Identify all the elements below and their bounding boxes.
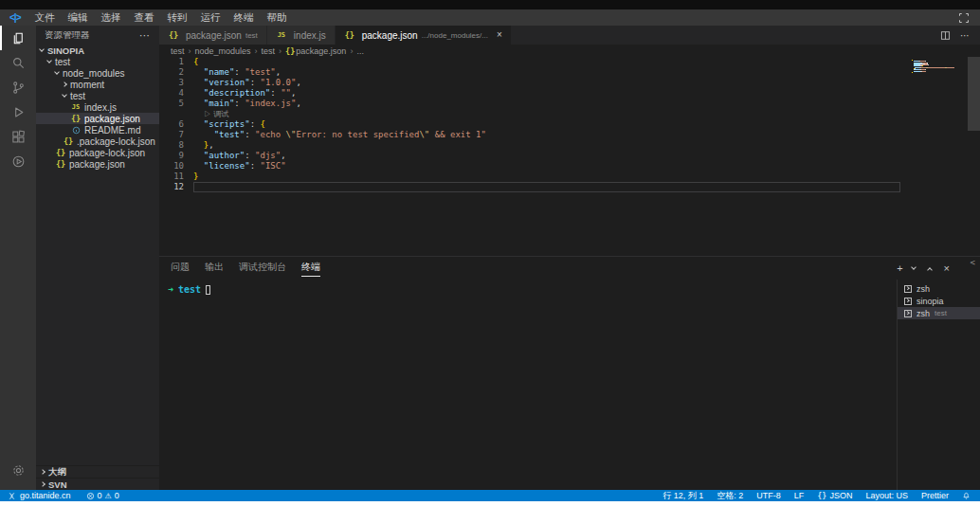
status-item-label: Layout: US: [865, 491, 908, 500]
panel-body: ➜ test zshsinopiazshtest: [159, 280, 980, 490]
panel-tab[interactable]: 问题: [171, 257, 190, 280]
title-bar: <|> 文件编辑选择查看转到运行终端帮助: [0, 9, 980, 26]
json-file-icon: {}: [70, 114, 82, 123]
tree-item-label: package.json: [69, 159, 125, 170]
prompt-arrow: ➜: [168, 284, 173, 295]
tree-item[interactable]: test: [36, 90, 159, 101]
tree-item[interactable]: SINOPIA: [36, 45, 159, 56]
files-icon: [11, 31, 26, 45]
breadcrumb-item[interactable]: ...: [356, 46, 364, 56]
sidebar-section-outline[interactable]: 大纲: [36, 465, 159, 478]
status-bar: go.titanide.cn 0 ⚠ 0 行 12, 列 1空格: 2UTF-8…: [0, 490, 980, 501]
chevron-right-icon: [40, 481, 45, 487]
new-terminal-icon[interactable]: +: [897, 262, 902, 274]
code-line: 2 "name": "test",: [159, 67, 980, 78]
editor-tab[interactable]: {}package.jsontest: [159, 26, 267, 45]
more-actions-icon[interactable]: ⋯: [139, 29, 151, 42]
activity-item-explorer[interactable]: [0, 26, 36, 50]
activity-item-run-debug[interactable]: [0, 99, 36, 124]
tree-item[interactable]: {}package.json: [36, 158, 159, 170]
close-icon[interactable]: ×: [497, 30, 502, 40]
tree-item[interactable]: {}package-lock.json: [36, 147, 159, 158]
menubar-item[interactable]: 帮助: [260, 9, 293, 26]
breadcrumb-label: test: [171, 46, 185, 56]
status-item[interactable]: {}JSON: [817, 491, 852, 500]
terminal-list-item[interactable]: sinopia: [898, 295, 980, 307]
panel-tab-label: 调试控制台: [239, 261, 286, 277]
status-item[interactable]: Prettier: [921, 491, 949, 500]
activity-item-run-circle[interactable]: [0, 149, 36, 173]
sidebar-section-svn[interactable]: SVN: [36, 478, 159, 490]
json-file-icon: {}: [63, 136, 74, 146]
status-item-label: JSON: [829, 491, 852, 500]
editor-tab[interactable]: JSindex.js: [267, 26, 336, 45]
activity-item-source-control[interactable]: [0, 75, 36, 99]
close-panel-icon[interactable]: ×: [944, 262, 950, 274]
breadcrumb-separator: ›: [279, 46, 281, 56]
menubar-item[interactable]: 查看: [127, 9, 160, 26]
terminal-list-item[interactable]: zsh: [898, 282, 980, 295]
explorer-sidebar: 资源管理器 ⋯ SINOPIAtestnode_modulesmomenttes…: [36, 26, 159, 490]
editor-tab[interactable]: {}package.json.../node_modules/...×: [336, 26, 512, 45]
menubar-item[interactable]: 选择: [94, 9, 127, 26]
tree-item[interactable]: {}package.json: [36, 113, 159, 124]
tree-item[interactable]: JSindex.js: [36, 101, 159, 113]
status-item-label: 行 12, 列 1: [662, 490, 703, 502]
error-icon: [86, 492, 95, 500]
breadcrumb-item[interactable]: node_modules: [195, 46, 251, 56]
status-item[interactable]: Layout: US: [865, 491, 908, 500]
code-line: 10 "license": "ISC": [159, 161, 980, 172]
menubar-item[interactable]: 编辑: [61, 9, 94, 26]
info-file-icon: [70, 125, 82, 136]
split-editor-icon[interactable]: [940, 30, 951, 41]
status-item[interactable]: UTF-8: [756, 491, 781, 500]
status-item[interactable]: LF: [794, 491, 805, 500]
menubar-item[interactable]: 转到: [160, 9, 193, 26]
vscode-window: <|> 文件编辑选择查看转到运行终端帮助 资源管理器 ⋯ SINOPIAtest…: [0, 0, 980, 506]
tree-item-label: SINOPIA: [47, 45, 84, 56]
notifications-bell-icon[interactable]: [962, 492, 971, 500]
status-item[interactable]: 行 12, 列 1: [662, 490, 703, 502]
warning-count: 0: [115, 491, 119, 500]
line-number: 7: [159, 130, 184, 140]
chevron-right-icon: [62, 81, 67, 87]
menubar-item[interactable]: 终端: [227, 9, 260, 26]
customize-layout-icon[interactable]: [958, 12, 970, 24]
terminal-view[interactable]: ➜ test: [159, 280, 897, 490]
chevron-right-icon: [906, 287, 910, 291]
minimap[interactable]: [912, 60, 965, 75]
app-logo: <|>: [9, 12, 20, 23]
tree-item[interactable]: {}.package-lock.json: [36, 136, 159, 147]
menubar-item[interactable]: 文件: [27, 9, 61, 26]
tree-item[interactable]: node_modules: [36, 67, 159, 79]
more-actions-icon[interactable]: ⋯: [960, 30, 971, 41]
problems-status[interactable]: 0 ⚠ 0: [86, 491, 119, 500]
breadcrumb-item[interactable]: test: [171, 46, 185, 56]
panel-tab[interactable]: 调试控制台: [239, 257, 286, 280]
code-editor[interactable]: 1{2 "name": "test",3 "version": "1.0.0",…: [159, 57, 980, 256]
codelens-run-action[interactable]: ▷ 调试: [159, 109, 980, 119]
terminal-list-item[interactable]: zshtest: [898, 307, 980, 319]
terminal-dropdown-icon[interactable]: [912, 267, 919, 269]
tree-item-label: index.js: [84, 102, 117, 113]
breadcrumb-item[interactable]: test: [262, 46, 276, 56]
status-item[interactable]: 空格: 2: [717, 490, 743, 502]
breadcrumb-item[interactable]: {}package.json: [285, 46, 346, 56]
remote-indicator[interactable]: go.titanide.cn: [0, 490, 79, 501]
error-count: 0: [98, 491, 102, 500]
activity-item-extensions[interactable]: [0, 124, 36, 149]
tree-item-label: package-lock.json: [69, 148, 145, 158]
maximize-panel-icon[interactable]: [928, 265, 935, 272]
window-bottom-edge: [0, 501, 980, 506]
file-tree: SINOPIAtestnode_modulesmomenttestJSindex…: [36, 45, 159, 170]
tree-item[interactable]: moment: [36, 79, 159, 90]
panel-tab[interactable]: 输出: [205, 257, 224, 280]
tree-item[interactable]: test: [36, 56, 159, 67]
activity-item-search[interactable]: [0, 50, 36, 75]
menubar-item[interactable]: 运行: [193, 9, 227, 26]
vertical-scrollbar[interactable]: [968, 57, 980, 131]
tree-item[interactable]: README.md: [36, 124, 159, 136]
panel-tab[interactable]: 终端: [301, 257, 320, 280]
manage-gear-icon[interactable]: [0, 458, 36, 482]
panel-tab-label: 终端: [301, 261, 320, 277]
